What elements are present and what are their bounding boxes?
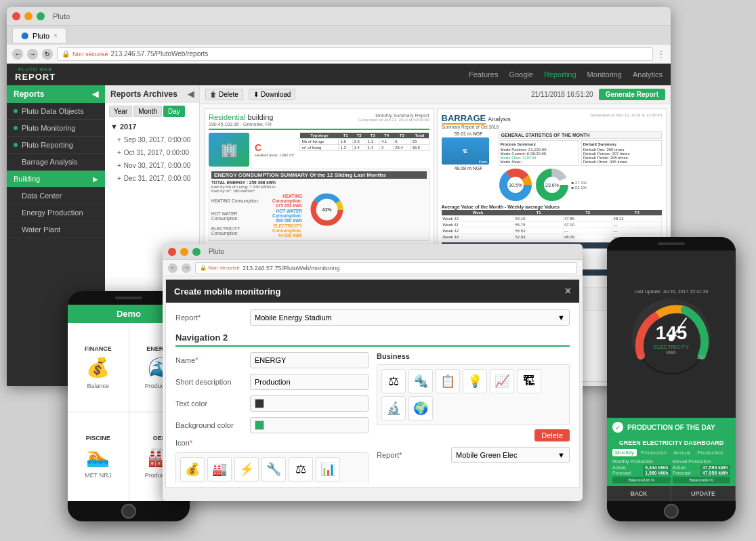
table-cell: — (563, 228, 612, 234)
report2-field-row: Report* Mobile Green Elec ▼ (377, 447, 570, 463)
phone-cell-finance[interactable]: FINANCE 💰 Balance (68, 323, 129, 412)
table-cell: 1.6 (339, 139, 352, 145)
gauge-value: 145 ELECTRICITY kWh (654, 322, 689, 355)
left-form: Name* ENERGY Short description Productio… (175, 352, 369, 483)
business-icon[interactable]: 📈 (490, 369, 514, 393)
archives-collapse-icon[interactable]: ◀ (188, 89, 194, 99)
refresh-button[interactable]: ↻ (42, 49, 53, 60)
modal-close-btn[interactable] (168, 248, 176, 256)
tab-monthly[interactable]: Monthly (612, 449, 637, 456)
heating-value: HEATING Consumption: 175 453 kWh (268, 194, 302, 208)
nav-monitoring[interactable]: Monitoring (587, 70, 622, 79)
filter-year-btn[interactable]: Year (109, 106, 132, 117)
gauge-label: ELECTRICITY (654, 344, 689, 350)
business-icon[interactable]: 🌍 (408, 396, 433, 420)
sidebar-item-energy-prod[interactable]: Energy Production (7, 204, 105, 221)
modal-back[interactable]: ← (168, 263, 177, 273)
business-icon[interactable]: 💡 (463, 369, 487, 393)
sidebar-item-datacenter[interactable]: Data Center (7, 188, 105, 204)
mode-stop: Mode Stop: - (501, 160, 577, 164)
delete-button[interactable]: 🗑 Delete (205, 89, 243, 100)
modal-forward[interactable]: → (182, 263, 191, 273)
chart-legend: ■ 27.1% ■ 23.1% (572, 181, 663, 190)
sidebar-collapse-icon[interactable]: ◀ (92, 89, 98, 99)
minimize-button[interactable] (24, 12, 33, 20)
right-phone-home-button[interactable] (664, 504, 679, 519)
tab-production[interactable]: Production (638, 449, 669, 456)
icon-item[interactable]: 🔧 (261, 457, 286, 481)
business-icon[interactable]: ⚖ (381, 369, 406, 393)
table-cell: — (612, 228, 662, 234)
pie-chart-1: 30.5% (499, 168, 532, 202)
modal-body: Report* Mobile Energy Stadium ▼ Navigati… (166, 303, 579, 483)
table-cell: 1.3 (339, 145, 352, 151)
icon-item[interactable]: ⚖ (289, 457, 313, 481)
modal-toolbar: ← → 🔒 Non sécurisé 213.246.57.75/PlutoWe… (163, 260, 583, 276)
archive-item[interactable]: +Nov 30, 2017, 0:00:00 (105, 159, 199, 172)
sidebar-item-reporting[interactable]: Pluto Reporting (7, 137, 105, 154)
generated-date: Generated on Jan 31, 2018 at 00:00:00 (358, 118, 429, 122)
app-navbar: PLUTO WEB REPORT Features Google Reporti… (7, 64, 671, 85)
heating-row: HEATING Consumption: HEATING Consumption… (211, 194, 302, 208)
business-icon[interactable]: 🏗 (517, 369, 541, 393)
modal-url-bar[interactable]: 🔒 Non sécurisé 213.246.57.75/PlutoWeb/mo… (195, 262, 577, 274)
th-t2: T2 (563, 210, 612, 216)
sidebar-label: Energy Production (22, 209, 83, 217)
nav-google[interactable]: Google (509, 70, 532, 79)
extensions-icon[interactable]: ⋮ (657, 49, 665, 59)
modal-close-icon[interactable]: × (565, 285, 571, 297)
download-button[interactable]: ⬇ Download (249, 89, 295, 100)
archive-item[interactable]: +Oct 31, 2017, 0:00:00 (105, 146, 199, 159)
building-image: 🏢 (209, 133, 249, 167)
close-button[interactable] (12, 12, 20, 20)
business-icon[interactable]: 🔬 (381, 396, 406, 420)
residential-ip: 190.45.102.36 - Grenoble, FR (209, 122, 273, 127)
text-color-input[interactable] (250, 395, 369, 412)
tab-annual-prod[interactable]: Production (694, 449, 726, 456)
bg-color-input[interactable] (250, 417, 369, 433)
desc-input[interactable]: Production (250, 374, 369, 390)
report-field-row: Report* Mobile Energy Stadium ▼ (175, 309, 570, 326)
update-button[interactable]: UPDATE (671, 486, 736, 501)
delete-button[interactable]: Delete (534, 429, 570, 441)
nav-analytics[interactable]: Analytics (633, 70, 663, 79)
sidebar-item-monitoring[interactable]: Pluto Monitoring (7, 120, 105, 137)
back-button[interactable]: BACK (607, 486, 671, 501)
modal-min-btn[interactable] (180, 248, 188, 256)
name-input[interactable]: ENERGY (250, 352, 369, 368)
desc-field-row: Short description Production (175, 374, 369, 390)
archive-item[interactable]: +Dec 31, 2017, 0:00:00 (105, 172, 199, 185)
nav-reporting[interactable]: Reporting (544, 70, 576, 79)
dot-icon (14, 143, 18, 147)
phone-home-button[interactable] (121, 504, 136, 519)
archive-item[interactable]: +Sep 30, 2017, 0:00:00 (105, 133, 199, 146)
sidebar-header: Reports ◀ (7, 85, 105, 103)
business-icon[interactable]: 🔩 (408, 369, 433, 393)
filter-day-btn[interactable]: Day (163, 106, 185, 117)
url-bar[interactable]: 🔒 Non sécurisé 213.246.57.75/PlutoWeb/re… (57, 47, 653, 61)
icon-item[interactable]: 🏭 (207, 457, 232, 481)
filter-month-btn[interactable]: Month (133, 106, 162, 117)
cell-label-finance: Balance (87, 383, 109, 389)
sidebar-item-data-objects[interactable]: Pluto Data Objects (7, 103, 105, 120)
business-icon[interactable]: 📋 (436, 369, 460, 393)
sidebar-item-water[interactable]: Water Plant (7, 221, 105, 238)
forward-button[interactable]: → (27, 49, 38, 60)
tab-annual[interactable]: Annual (671, 449, 693, 456)
report-select[interactable]: Mobile Energy Stadium ▼ (250, 309, 570, 326)
sidebar-item-barrage[interactable]: Barrage Analysis (7, 154, 105, 171)
nav-features[interactable]: Features (469, 70, 498, 79)
year-collapse-icon[interactable]: ▼ (110, 123, 118, 131)
generate-report-button[interactable]: Generate Report (599, 89, 665, 100)
browser-tab[interactable]: 🔵 Pluto × (12, 28, 66, 43)
icon-item[interactable]: 📊 (316, 457, 340, 481)
icon-item[interactable]: 💰 (180, 457, 205, 481)
tab-close-icon[interactable]: × (54, 32, 58, 39)
sidebar-item-building[interactable]: Building ▶ (7, 171, 105, 188)
icon-item[interactable]: ⚡ (234, 457, 259, 481)
phone-cell-piscine[interactable]: PISCINE 🏊 MET NRJ (68, 412, 129, 501)
maximize-button[interactable] (37, 12, 45, 20)
modal-max-btn[interactable] (192, 248, 201, 256)
report2-select[interactable]: Mobile Green Elec ▼ (451, 447, 570, 463)
back-button[interactable]: ← (12, 49, 23, 60)
